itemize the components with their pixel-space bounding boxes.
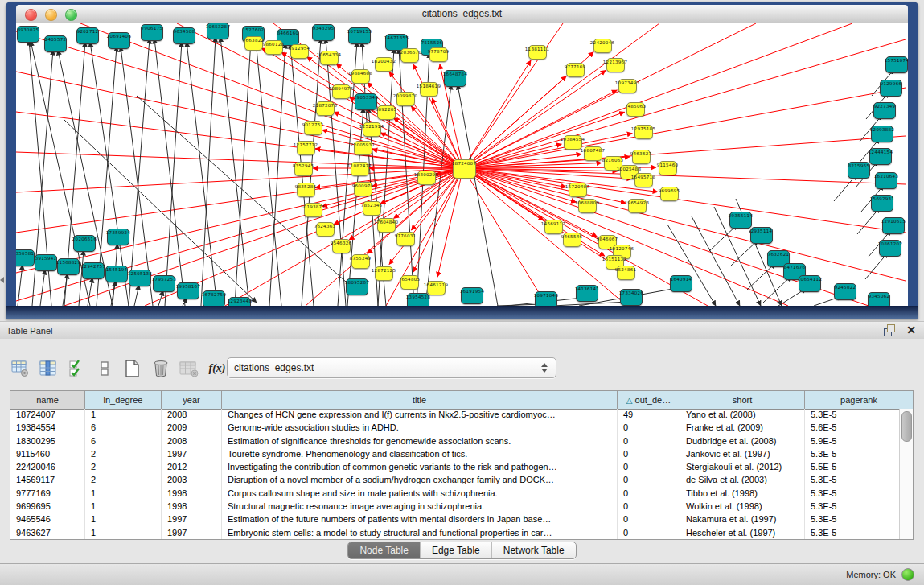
- graph-node[interactable]: 2935114: [750, 227, 773, 244]
- table-cell[interactable]: 5.5E-5: [805, 461, 900, 474]
- table-cell[interactable]: 0: [618, 501, 680, 513]
- table-cell[interactable]: 1: [85, 501, 162, 513]
- graph-node[interactable]: 22420046: [593, 39, 612, 53]
- graph-node[interactable]: 1545194: [105, 266, 128, 282]
- graph-node[interactable]: 12923448: [228, 297, 251, 307]
- select-columns-button[interactable]: [38, 358, 59, 379]
- graph-node[interactable]: 19884608: [351, 69, 370, 84]
- graph-node[interactable]: 12910615: [882, 217, 905, 234]
- close-window-icon[interactable]: [25, 9, 37, 21]
- table-cell[interactable]: 1997: [162, 513, 222, 526]
- graph-node[interactable]: 17604840: [377, 218, 396, 233]
- graph-node[interactable]: 9835286: [297, 183, 315, 197]
- graph-node[interactable]: 12872125: [375, 266, 393, 281]
- graph-node[interactable]: 9463627: [632, 150, 651, 164]
- graph-node[interactable]: 10894976: [332, 84, 351, 99]
- table-cell[interactable]: 1997: [162, 448, 222, 461]
- table-row[interactable]: 946554611997Estimation of the future num…: [10, 513, 900, 526]
- graph-node[interactable]: 9546326: [332, 239, 351, 253]
- window-titlebar[interactable]: citations_edges.txt: [16, 5, 908, 24]
- graph-node[interactable]: 21872075: [316, 101, 335, 116]
- table-cell[interactable]: 18724007: [10, 409, 85, 422]
- table-cell[interactable]: 5.6E-5: [805, 422, 900, 435]
- graph-node[interactable]: 9202712: [76, 27, 99, 44]
- graph-node[interactable]: 10973493: [618, 79, 637, 93]
- close-panel-icon[interactable]: ✕: [906, 324, 916, 336]
- table-cell[interactable]: 0: [618, 448, 680, 461]
- table-cell[interactable]: 6: [85, 422, 162, 435]
- table-cell[interactable]: Yano et al. (2008): [680, 409, 805, 422]
- graph-node[interactable]: 7485063: [626, 102, 645, 117]
- table-cell[interactable]: 2: [85, 448, 162, 461]
- graph-node[interactable]: 9776031: [396, 232, 415, 246]
- graph-node[interactable]: 2405572: [44, 35, 67, 52]
- table-cell[interactable]: 5.3E-5: [805, 501, 900, 513]
- graph-node[interactable]: 9860128: [265, 40, 283, 55]
- table-cell[interactable]: Embryonic stem cells: a model to study s…: [222, 527, 618, 539]
- graph-node[interactable]: 8350581: [16, 249, 35, 266]
- table-cell[interactable]: 2008: [162, 435, 222, 448]
- table-cell[interactable]: Estimation of the future numbers of pati…: [222, 513, 618, 526]
- table-cell[interactable]: Investigating the contribution of common…: [222, 461, 618, 474]
- graph-node[interactable]: 11082471: [351, 162, 369, 176]
- graph-node[interactable]: 8215955: [848, 162, 870, 179]
- graph-node[interactable]: 9012752: [304, 121, 322, 135]
- table-cell[interactable]: 5.3E-5: [805, 474, 900, 487]
- tab-network-table[interactable]: Network Table: [492, 542, 576, 558]
- create-table-button[interactable]: [122, 358, 143, 379]
- graph-node[interactable]: 9634508: [173, 27, 195, 44]
- function-builder-button[interactable]: f(x): [207, 358, 228, 379]
- table-cell[interactable]: de Silva et al. (2003): [680, 474, 805, 487]
- table-cell[interactable]: Hescheler et al. (1997): [680, 527, 805, 539]
- table-cell[interactable]: 18300295: [10, 435, 85, 448]
- table-cell[interactable]: 2: [85, 474, 162, 487]
- table-cell[interactable]: 5.9E-5: [805, 435, 900, 448]
- graph-node[interactable]: 12975185: [634, 125, 653, 139]
- graph-node[interactable]: 16782759: [203, 290, 225, 307]
- graph-node[interactable]: 11568829: [57, 258, 80, 275]
- table-cell[interactable]: Franke et al. (2009): [680, 422, 805, 435]
- graph-node[interactable]: 9777169: [566, 63, 585, 77]
- table-cell[interactable]: 5.3E-5: [805, 409, 900, 422]
- column-header-in_degree[interactable]: in_degree: [85, 391, 162, 409]
- graph-node[interactable]: 29355114: [729, 212, 752, 229]
- graph-node[interactable]: 9343295: [312, 24, 335, 41]
- zoom-window-icon[interactable]: [65, 9, 77, 21]
- splitter-collapse-arrow[interactable]: [0, 277, 4, 283]
- table-cell[interactable]: 9465546: [10, 513, 85, 526]
- graph-node[interactable]: 16648784: [444, 70, 466, 87]
- graph-node[interactable]: 7852346: [363, 201, 381, 216]
- graph-node[interactable]: 17334026: [620, 289, 643, 306]
- graph-node[interactable]: 15751074: [885, 56, 908, 73]
- graph-node[interactable]: 7663822: [244, 36, 263, 51]
- table-cell[interactable]: 2008: [162, 409, 222, 422]
- graph-node[interactable]: 13954528: [407, 293, 429, 307]
- row-height-button[interactable]: [94, 358, 115, 379]
- column-header-short[interactable]: short: [680, 391, 805, 409]
- graph-node[interactable]: 8930025: [17, 26, 39, 43]
- table-cell[interactable]: 1997: [162, 527, 222, 539]
- table-cell[interactable]: 0: [618, 474, 680, 487]
- table-cell[interactable]: 0: [618, 488, 680, 501]
- graph-node[interactable]: 20206516: [73, 235, 96, 252]
- row-selection-button[interactable]: [66, 358, 87, 379]
- table-cell[interactable]: 1: [85, 488, 162, 501]
- graph-node[interactable]: 18300295: [417, 171, 436, 185]
- table-cell[interactable]: 6: [85, 435, 162, 448]
- graph-node[interactable]: 20099870: [396, 92, 415, 106]
- column-header-pagerank[interactable]: pagerank: [805, 391, 913, 409]
- graph-node[interactable]: 15184619: [420, 82, 438, 97]
- table-cell[interactable]: Jankovic et al. (1997): [680, 448, 805, 461]
- graph-node[interactable]: 10688809: [578, 199, 597, 213]
- graph-node[interactable]: 10807487: [584, 146, 602, 161]
- table-cell[interactable]: 1998: [162, 501, 222, 513]
- graph-node[interactable]: 9465546: [563, 233, 581, 247]
- column-header-year[interactable]: year: [162, 391, 222, 409]
- graph-node[interactable]: 7906175: [141, 24, 163, 41]
- table-cell[interactable]: 14569117: [10, 474, 85, 487]
- graph-node[interactable]: 10719155: [348, 27, 371, 44]
- graph-node[interactable]: 10193871: [304, 203, 322, 217]
- table-cell[interactable]: Tibbo et al. (1998): [680, 488, 805, 501]
- table-cell[interactable]: 2012: [162, 461, 222, 474]
- graph-node[interactable]: 16495718: [634, 173, 653, 187]
